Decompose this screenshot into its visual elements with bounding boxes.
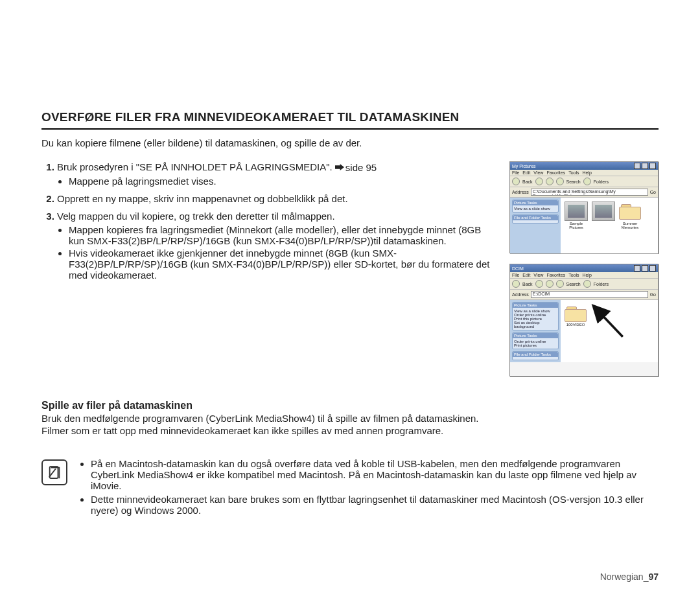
explorer-window-dcim: DCIM File Edit View Favorites Tools Help bbox=[509, 264, 659, 376]
win1-task-slideshow: View as a slide show bbox=[514, 207, 557, 211]
illustration-column: My Pictures File Edit View Favorites Too… bbox=[509, 161, 659, 376]
folder-100video-label: 100VIDEO bbox=[565, 322, 587, 327]
win2-picture-tasks-pane-2: Picture Tasks Order prints online Print … bbox=[512, 332, 559, 349]
folder-100video bbox=[565, 304, 587, 322]
page-reference-text: side 95 bbox=[345, 162, 377, 173]
win2-menu-help: Help bbox=[583, 273, 592, 277]
step-3-sub-1: Mappen kopieres fra lagringsmediet (Minn… bbox=[69, 224, 495, 246]
close-icon bbox=[649, 163, 656, 169]
win1-address-label: Address bbox=[512, 190, 529, 194]
note-1: På en Macintosh-datamaskin kan du også o… bbox=[91, 458, 659, 491]
win2-address-field: E:\DCIM bbox=[531, 291, 648, 298]
search-icon bbox=[556, 280, 564, 288]
win1-menu-help: Help bbox=[583, 170, 592, 175]
win1-toolbar-back: Back bbox=[522, 179, 533, 184]
note-icon bbox=[41, 459, 67, 485]
win1-menu-view: View bbox=[533, 170, 543, 175]
footer-language: Norwegian_ bbox=[600, 572, 649, 582]
notes-list: På en Macintosh-datamaskin kan du også o… bbox=[79, 458, 659, 518]
win2-task2-2: Print pictures bbox=[514, 343, 557, 347]
minimize-icon bbox=[634, 265, 640, 272]
win1-menu-tools: Tools bbox=[568, 170, 579, 175]
folders-icon bbox=[583, 280, 591, 288]
up-icon bbox=[546, 178, 554, 185]
step-1-text: Bruk prosedyren i "SE PÅ INNHOLDET PÅ LA… bbox=[57, 161, 332, 172]
win1-picture-tasks-pane: Picture Tasks View as a slide show bbox=[512, 200, 559, 213]
win1-address-field: C:\Documents and Settings\Samsung\My Doc… bbox=[531, 189, 648, 196]
page-reference-icon: side 95 bbox=[335, 162, 377, 173]
win2-file-tasks-title: File and Folder Tasks bbox=[513, 352, 558, 357]
win1-toolbar-search: Search bbox=[566, 179, 581, 184]
folder-summer-label: Summer Memories bbox=[619, 221, 641, 229]
win2-address-label: Address bbox=[512, 292, 529, 297]
drag-arrow-icon bbox=[579, 303, 637, 341]
subsection-heading: Spille av filer på datamaskinen bbox=[41, 400, 659, 411]
win1-title: My Pictures bbox=[512, 164, 536, 168]
win2-menu-fav: Favorites bbox=[546, 273, 565, 277]
step-3-sub-2: Hvis videokameraet ikke gjenkjenner det … bbox=[69, 248, 495, 281]
search-icon bbox=[556, 178, 564, 185]
folder-summer-memories bbox=[619, 202, 641, 220]
footer-page-number: 97 bbox=[648, 572, 659, 582]
note-2: Dette minnevideokameraet kan bare brukes… bbox=[91, 494, 659, 516]
ordered-steps: Bruk prosedyren i "SE PÅ INNHOLDET PÅ LA… bbox=[41, 161, 495, 281]
win2-toolbar-search: Search bbox=[566, 282, 581, 286]
close-icon bbox=[649, 265, 656, 272]
win2-file-tasks-pane: File and Folder Tasks bbox=[512, 351, 559, 360]
step-2: Opprett en ny mappe, skriv inn mappenavn… bbox=[57, 193, 495, 204]
win1-menu-fav: Favorites bbox=[546, 170, 565, 175]
intro-paragraph: Du kan kopiere filmene (eller bildene) t… bbox=[41, 137, 659, 148]
explorer-window-mypictures: My Pictures File Edit View Favorites Too… bbox=[509, 161, 659, 253]
section-heading: OVERFØRE FILER FRA MINNEVIDEOKAMERAET TI… bbox=[41, 110, 659, 130]
step-2-text: Opprett en ny mappe, skriv inn mappenavn… bbox=[57, 193, 348, 204]
win2-menu-view: View bbox=[533, 273, 543, 277]
minimize-icon bbox=[634, 163, 640, 169]
back-icon bbox=[512, 178, 520, 185]
forward-icon bbox=[535, 280, 543, 288]
step-3-text: Velg mappen du vil kopiere, og trekk den… bbox=[57, 211, 335, 222]
up-icon bbox=[546, 280, 554, 288]
win2-toolbar-back: Back bbox=[522, 282, 533, 286]
folders-icon bbox=[583, 178, 591, 185]
win2-menu-edit: Edit bbox=[522, 273, 530, 277]
sub-paragraph-2: Filmer som er tatt opp med minnevideokam… bbox=[41, 425, 659, 436]
win1-file-tasks-title: File and Folder Tasks bbox=[513, 215, 558, 220]
win2-menu-file: File bbox=[512, 273, 519, 277]
win1-toolbar-folders: Folders bbox=[594, 179, 609, 184]
win2-picture-tasks-pane: Picture Tasks View as a slide show Order… bbox=[512, 302, 559, 330]
thumbnail-image-2 bbox=[592, 202, 615, 221]
win1-file-tasks-pane: File and Folder Tasks bbox=[512, 214, 559, 224]
win2-go-button: Go bbox=[650, 292, 656, 297]
maximize-icon bbox=[642, 265, 648, 272]
win2-title: DCIM bbox=[512, 266, 524, 271]
win1-menu-file: File bbox=[512, 170, 519, 175]
step-1-sub-1: Mappene på lagringsmediet vises. bbox=[69, 176, 495, 187]
win2-task-4: Set as desktop background bbox=[514, 321, 557, 329]
win2-toolbar-folders: Folders bbox=[594, 282, 609, 286]
back-icon bbox=[512, 280, 520, 288]
step-1: Bruk prosedyren i "SE PÅ INNHOLDET PÅ LA… bbox=[57, 161, 495, 187]
win2-menu-tools: Tools bbox=[568, 273, 579, 277]
win2-picture-tasks-title: Picture Tasks bbox=[513, 303, 558, 308]
win1-go-button: Go bbox=[650, 190, 656, 194]
win1-picture-tasks-title: Picture Tasks bbox=[513, 200, 558, 205]
win1-menu-edit: Edit bbox=[522, 170, 530, 175]
maximize-icon bbox=[642, 163, 648, 169]
step-3: Velg mappen du vil kopiere, og trekk den… bbox=[57, 211, 495, 281]
page-footer: Norwegian_97 bbox=[600, 572, 659, 582]
win2-tasks2-title: Picture Tasks bbox=[513, 333, 558, 338]
thumbnail-sample-label: Sample Pictures bbox=[565, 221, 588, 229]
sub-paragraph-1: Bruk den medfølgende programvaren (Cyber… bbox=[41, 413, 659, 424]
thumbnail-sample-pictures bbox=[565, 202, 588, 221]
forward-icon bbox=[535, 178, 543, 185]
